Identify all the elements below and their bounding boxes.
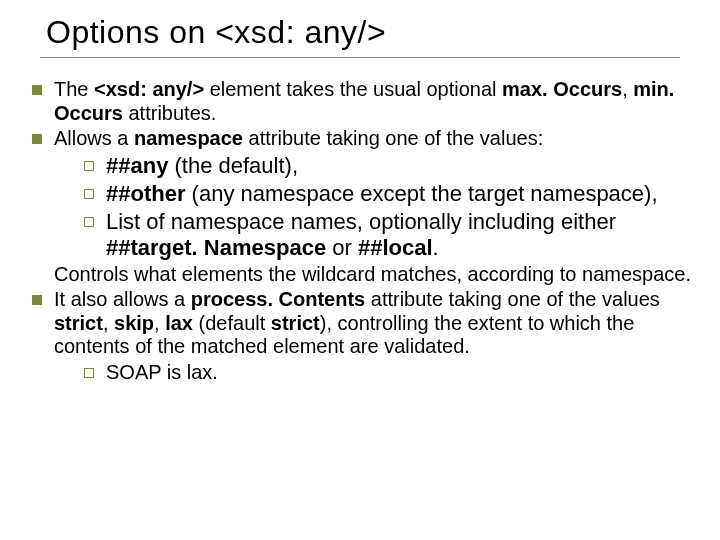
text-run: (any namespace except the target namespa… — [185, 181, 657, 206]
hollow-square-bullet-icon — [84, 368, 94, 378]
sub-bullet-item: ##other (any namespace except the target… — [66, 181, 696, 207]
hollow-square-bullet-icon — [84, 161, 94, 171]
text-bold: ##other — [106, 181, 185, 206]
sub-bullet-text: SOAP is lax. — [106, 361, 696, 385]
bullet-text: The <xsd: any/> element takes the usual … — [54, 78, 696, 125]
text-bold: max. Occurs — [502, 78, 622, 100]
square-bullet-icon — [32, 134, 42, 144]
text-bold: strict — [271, 312, 320, 334]
text-bold: strict — [54, 312, 103, 334]
hollow-square-bullet-icon — [84, 217, 94, 227]
slide-title: Options on <xsd: any/> — [40, 10, 672, 57]
sub-list: ##any (the default), ##other (any namesp… — [66, 153, 696, 261]
sub-bullet-text: ##other (any namespace except the target… — [106, 181, 696, 207]
text-run: The — [54, 78, 94, 100]
slide: Options on <xsd: any/> The <xsd: any/> e… — [0, 0, 720, 540]
text-bold: <xsd: any/> — [94, 78, 204, 100]
text-bold: skip — [114, 312, 154, 334]
title-area: Options on <xsd: any/> — [40, 10, 680, 58]
bullet-text: Allows a namespace attribute taking one … — [54, 127, 696, 151]
text-bold: ##target. Namespace — [106, 235, 326, 260]
text-bold: process. Contents — [191, 288, 365, 310]
hollow-square-bullet-icon — [84, 189, 94, 199]
sub-bullet-item: SOAP is lax. — [66, 361, 696, 385]
text-run: , — [622, 78, 633, 100]
bullet-item: The <xsd: any/> element takes the usual … — [32, 78, 696, 125]
square-bullet-icon — [32, 295, 42, 305]
bullet-text: It also allows a process. Contents attri… — [54, 288, 696, 359]
sub-list: SOAP is lax. — [66, 361, 696, 385]
text-run: (default — [193, 312, 271, 334]
sub-bullet-item: List of namespace names, optionally incl… — [66, 209, 696, 261]
sub-bullet-item: ##any (the default), — [66, 153, 696, 179]
text-run: It also allows a — [54, 288, 191, 310]
sub-bullet-text: List of namespace names, optionally incl… — [106, 209, 696, 261]
text-run: attribute taking one of the values: — [243, 127, 543, 149]
sub-bullet-text: ##any (the default), — [106, 153, 696, 179]
text-run: , — [103, 312, 114, 334]
text-run: element takes the usual optional — [204, 78, 502, 100]
text-run: or — [326, 235, 358, 260]
square-bullet-icon — [32, 85, 42, 95]
text-run: attribute taking one of the values — [365, 288, 660, 310]
title-underline — [40, 57, 680, 58]
text-run: (the default), — [168, 153, 298, 178]
body-area: The <xsd: any/> element takes the usual … — [32, 76, 696, 387]
text-run: List of namespace names, optionally incl… — [106, 209, 616, 234]
text-bold: ##local — [358, 235, 433, 260]
text-run: Allows a — [54, 127, 134, 149]
bullet-item: Allows a namespace attribute taking one … — [32, 127, 696, 151]
text-run: . — [433, 235, 439, 260]
text-bold: ##any — [106, 153, 168, 178]
text-bold: lax — [165, 312, 193, 334]
text-run: attributes. — [123, 102, 216, 124]
text-run: , — [154, 312, 165, 334]
text-bold: namespace — [134, 127, 243, 149]
paragraph: Controls what elements the wildcard matc… — [54, 263, 696, 287]
bullet-item: It also allows a process. Contents attri… — [32, 288, 696, 359]
